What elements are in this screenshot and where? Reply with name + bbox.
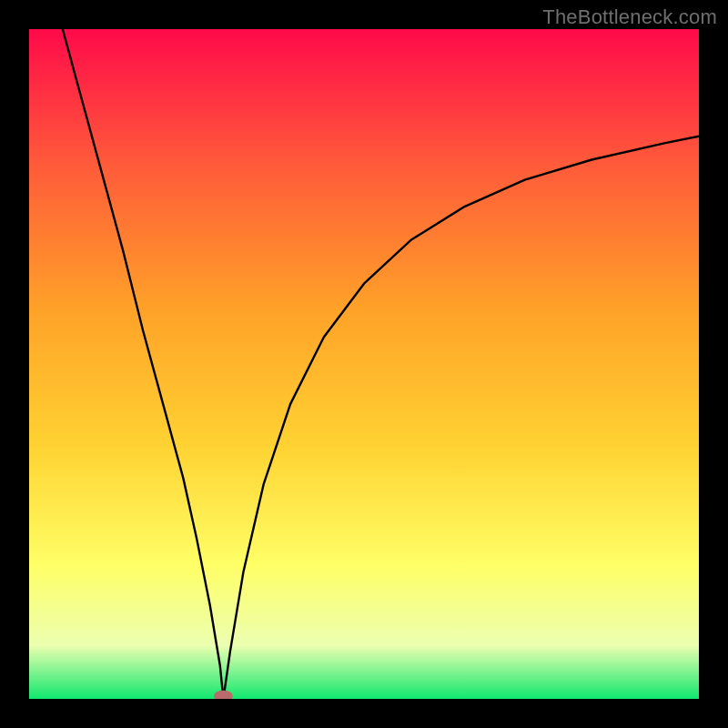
plot-area <box>29 29 699 699</box>
chart-frame: TheBottleneck.com <box>0 0 728 728</box>
minimum-marker <box>214 690 233 699</box>
bottleneck-curve <box>29 29 699 699</box>
watermark-text: TheBottleneck.com <box>542 5 717 29</box>
